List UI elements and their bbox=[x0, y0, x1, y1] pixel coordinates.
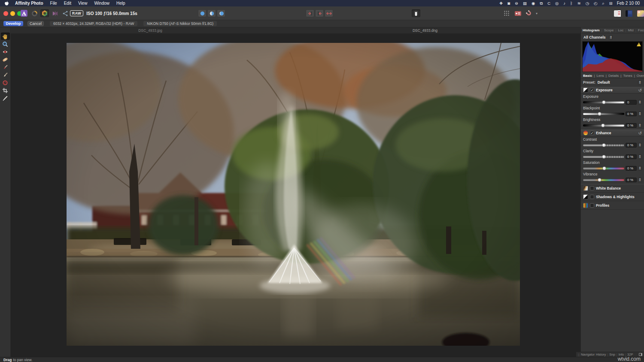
tab-loc[interactable]: Loc bbox=[618, 28, 623, 32]
clipping-warning-icon[interactable] bbox=[637, 42, 641, 46]
red-eye-removal-tool[interactable] bbox=[1, 48, 10, 55]
app-c-icon[interactable]: C bbox=[547, 1, 550, 6]
toggle-right-studio-button[interactable] bbox=[625, 9, 633, 17]
export-persona-button[interactable] bbox=[61, 9, 70, 17]
wifi-icon[interactable]: ≋ bbox=[577, 1, 581, 6]
exposure-reset-icon[interactable]: ↺ bbox=[638, 88, 642, 93]
preset-stepper[interactable]: ▲▼ bbox=[638, 80, 642, 85]
minimize-window-button[interactable] bbox=[10, 11, 15, 16]
overlay-erase-tool[interactable] bbox=[1, 71, 10, 78]
saturation-slider[interactable] bbox=[583, 167, 624, 169]
exposure-value[interactable]: 0 bbox=[626, 100, 637, 105]
shadows-highlights-section-header[interactable]: Shadows & Highlights bbox=[581, 193, 644, 201]
blackpoint-value[interactable]: 0 % bbox=[626, 112, 637, 116]
tab-snapshot[interactable]: Snp bbox=[609, 353, 615, 356]
assistant-button[interactable] bbox=[412, 9, 420, 17]
dropbox-icon[interactable]: ❖ bbox=[499, 1, 503, 6]
snapping-caret-icon[interactable]: ▾ bbox=[536, 12, 538, 15]
menu-item-file[interactable]: File bbox=[50, 1, 57, 6]
exposure-enabled-checkbox[interactable]: ✓ bbox=[590, 88, 594, 92]
vibrance-value[interactable]: 0 % bbox=[626, 178, 637, 182]
guides-button[interactable] bbox=[513, 9, 522, 17]
contrast-stepper[interactable]: ▲▼ bbox=[638, 143, 642, 148]
tab-lens[interactable]: Lens bbox=[596, 74, 604, 78]
brightness-stepper[interactable]: ▲▼ bbox=[638, 123, 642, 128]
tab-navigator[interactable]: Navigator bbox=[581, 353, 595, 356]
preset-select[interactable]: Default bbox=[598, 80, 610, 84]
brightness-slider[interactable] bbox=[583, 124, 624, 127]
volume-icon[interactable]: ♪ bbox=[563, 1, 565, 6]
slider-thumb[interactable] bbox=[602, 155, 606, 159]
shadows-highlights-enabled-checkbox[interactable] bbox=[590, 195, 594, 199]
white-balance-enabled-checkbox[interactable] bbox=[590, 186, 594, 190]
white-balance-section-header[interactable]: White Balance bbox=[581, 184, 644, 193]
channels-select[interactable]: All Channels bbox=[583, 35, 605, 39]
contrast-slider[interactable] bbox=[583, 144, 624, 146]
tab-focus[interactable]: Focus bbox=[638, 28, 644, 32]
blackpoint-slider[interactable] bbox=[583, 113, 624, 115]
toggle-studio-presets-button[interactable] bbox=[636, 9, 644, 17]
photo-canvas[interactable] bbox=[67, 43, 520, 346]
screen-mirroring-icon[interactable]: ⧉ bbox=[540, 1, 543, 6]
vibrance-slider[interactable] bbox=[583, 179, 624, 181]
slider-thumb[interactable] bbox=[598, 178, 601, 182]
crop-tool[interactable] bbox=[1, 87, 10, 94]
clarity-stepper[interactable]: ▲▼ bbox=[638, 154, 642, 159]
menu-item-edit[interactable]: Edit bbox=[64, 1, 71, 6]
tab-details[interactable]: Details bbox=[608, 74, 619, 78]
blemish-removal-tool[interactable] bbox=[1, 56, 10, 63]
profiles-enabled-checkbox[interactable] bbox=[590, 203, 594, 208]
vibrance-stepper[interactable]: ▲▼ bbox=[638, 178, 642, 182]
tab-scope[interactable]: Scope bbox=[604, 28, 614, 32]
snapping-magnet-button[interactable] bbox=[525, 9, 533, 17]
slider-thumb[interactable] bbox=[602, 166, 606, 170]
control-center-icon[interactable]: ⊟ bbox=[609, 1, 613, 6]
brightness-value[interactable]: 0 % bbox=[626, 123, 637, 128]
cancel-button[interactable]: Cancel bbox=[27, 21, 44, 26]
play-circle-icon[interactable]: ◎ bbox=[555, 1, 559, 6]
tone-mapping-persona-button[interactable] bbox=[51, 9, 59, 17]
tab-basic[interactable]: Basic bbox=[583, 74, 592, 78]
menu-app-name[interactable]: Affinity Photo bbox=[15, 1, 43, 6]
enhance-section-header[interactable]: ✓ Enhance ↺ bbox=[581, 130, 644, 136]
clock-icon[interactable]: ◷ bbox=[586, 1, 589, 6]
menu-item-help[interactable]: Help bbox=[116, 1, 125, 6]
slider-thumb[interactable] bbox=[602, 100, 606, 104]
grid-button[interactable] bbox=[502, 9, 511, 17]
blackpoint-stepper[interactable]: ▲▼ bbox=[638, 112, 642, 116]
contrast-value[interactable]: 0 % bbox=[626, 143, 637, 148]
photo-persona-button[interactable] bbox=[30, 9, 39, 17]
overlay-gradient-tool[interactable] bbox=[1, 79, 10, 86]
exposure-section-header[interactable]: ✓ Exposure ↺ bbox=[581, 87, 644, 94]
saturation-value[interactable]: 0 % bbox=[626, 166, 637, 171]
spotlight-icon[interactable]: ⌕ bbox=[602, 1, 604, 6]
enhance-reset-icon[interactable]: ↺ bbox=[638, 131, 642, 136]
view-tool[interactable] bbox=[1, 33, 10, 40]
tab-tones[interactable]: Tones bbox=[623, 74, 632, 78]
highlight-clipping-button[interactable] bbox=[306, 9, 314, 17]
slider-thumb[interactable] bbox=[602, 143, 606, 147]
shadow-clipping-button[interactable] bbox=[315, 9, 324, 17]
develop-button[interactable]: Develop bbox=[3, 21, 23, 26]
doc-tab-dng[interactable]: DSC_4933.dng bbox=[393, 27, 457, 33]
tab-overlays[interactable]: Overlays bbox=[637, 74, 644, 78]
exposure-stepper[interactable]: ▲▼ bbox=[638, 100, 642, 105]
close-window-button[interactable] bbox=[3, 11, 8, 16]
canvas-pasteboard[interactable] bbox=[11, 33, 580, 357]
tab-history[interactable]: History bbox=[596, 353, 606, 356]
tab-mtd[interactable]: Mtd bbox=[628, 28, 633, 32]
exposure-slider[interactable] bbox=[583, 101, 624, 103]
zoom-tool[interactable] bbox=[1, 40, 10, 48]
develop-persona-button[interactable] bbox=[40, 9, 49, 17]
camera-icon[interactable]: ◉ bbox=[532, 1, 535, 6]
both-clipping-button[interactable] bbox=[325, 9, 333, 17]
focus-icon[interactable]: ⊖ bbox=[515, 1, 518, 6]
slider-thumb[interactable] bbox=[598, 112, 601, 116]
bluetooth-icon[interactable]: ᛒ bbox=[570, 1, 573, 6]
slider-thumb[interactable] bbox=[601, 124, 605, 127]
saturation-stepper[interactable]: ▲▼ bbox=[638, 166, 642, 171]
tab-histogram[interactable]: Histogram bbox=[583, 28, 600, 32]
overlay-paint-tool[interactable] bbox=[1, 63, 10, 71]
menu-clock[interactable]: Feb 2 10 00 bbox=[617, 1, 640, 6]
profiles-section-header[interactable]: Profiles bbox=[581, 201, 644, 210]
